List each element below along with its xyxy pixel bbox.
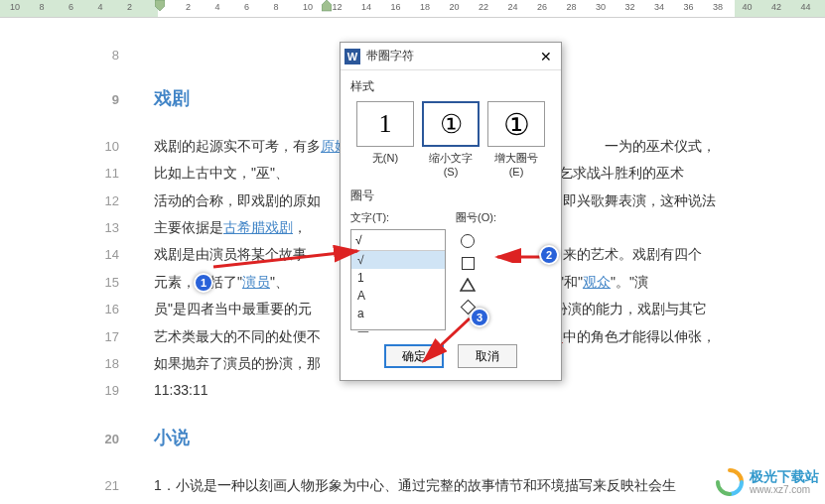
indent-marker-left[interactable]: [155, 0, 163, 8]
doc-line[interactable]: 20小说: [0, 424, 825, 452]
line-content[interactable]: 主要依据是古希腊戏剧，: [154, 216, 307, 238]
shape-label: 圈号(O):: [456, 210, 551, 225]
ruler-tick: 8: [40, 2, 45, 12]
line-number: 14: [99, 247, 154, 262]
list-item[interactable]: a: [351, 305, 445, 322]
annotation-badge-3: 3: [470, 308, 489, 327]
line-content[interactable]: 戏剧: [154, 84, 190, 113]
ruler-tick: 4: [98, 2, 103, 12]
text-listbox[interactable]: √ 1 A a 一: [350, 229, 446, 330]
shape-listbox[interactable]: [456, 229, 551, 315]
shape-square[interactable]: [460, 255, 476, 271]
style-options-row: 1 ① ①: [350, 101, 551, 147]
list-item[interactable]: 1: [351, 269, 445, 287]
site-watermark: 极光下载站 www.xz7.com: [714, 466, 819, 498]
ruler-tick: 24: [508, 2, 518, 12]
style-enlarge-label: 增大圈号(E): [487, 151, 545, 178]
ruler-tick: 2: [186, 2, 191, 12]
ruler-tick: 18: [420, 2, 430, 12]
hyperlink[interactable]: 演员: [242, 274, 270, 290]
line-number: 15: [99, 275, 154, 290]
svg-marker-0: [155, 0, 165, 11]
line-number: 11: [99, 166, 154, 181]
line-number: 18: [99, 356, 154, 371]
text-input[interactable]: [351, 231, 445, 251]
ruler-tick: 32: [625, 2, 635, 12]
line-number: 21: [99, 478, 154, 493]
ruler-tick: 22: [479, 2, 488, 12]
style-enlarge[interactable]: ①: [487, 101, 545, 147]
ruler-tick: 8: [274, 2, 279, 12]
indent-marker-first[interactable]: [322, 0, 330, 8]
doc-line[interactable]: 1911:33:11: [0, 379, 825, 401]
ruler-tick: 42: [771, 2, 781, 12]
ok-button[interactable]: 确定: [384, 344, 444, 368]
ruler-tick: 6: [69, 2, 73, 12]
hyperlink[interactable]: 古希腊戏剧: [223, 219, 293, 235]
ruler-tick: 12: [333, 2, 343, 12]
line-number: 20: [99, 432, 154, 446]
ruler-tick: 2: [127, 2, 132, 12]
hyperlink[interactable]: 观众: [583, 274, 611, 290]
ruler-tick: 34: [654, 2, 664, 12]
ruler-tick: 30: [596, 2, 606, 12]
ruler-tick: 40: [743, 2, 753, 12]
dialog-title: 带圈字符: [366, 48, 535, 64]
line-number: 10: [99, 139, 154, 154]
ruler-tick: 44: [801, 2, 811, 12]
enclosed-characters-dialog: W 带圈字符 ✕ 样式 1 ① ① 无(N) 缩小文字(S) 增大圈号(E) 圈…: [340, 42, 562, 381]
style-section-label: 样式: [350, 78, 551, 95]
watermark-name: 极光下载站: [750, 469, 819, 484]
text-label: 文字(T):: [350, 210, 446, 225]
list-item[interactable]: A: [351, 287, 445, 305]
style-none-label: 无(N): [356, 151, 414, 178]
line-number: 9: [99, 92, 154, 107]
line-number: 12: [99, 193, 154, 208]
horizontal-ruler[interactable]: 1086422468101214161820222426283032343638…: [0, 0, 825, 18]
watermark-url: www.xz7.com: [750, 484, 819, 495]
ruler-tick: 14: [361, 2, 371, 12]
ruler-tick: 4: [215, 2, 220, 12]
svg-marker-2: [461, 279, 475, 291]
ruler-tick: 36: [684, 2, 694, 12]
ruler-tick: 38: [713, 2, 723, 12]
ruler-tick: 10: [303, 2, 313, 12]
line-content[interactable]: 1．小说是一种以刻画人物形象为中心、通过完整的故事情节和环境描写来反映社会生: [154, 474, 676, 496]
doc-line[interactable]: 211．小说是一种以刻画人物形象为中心、通过完整的故事情节和环境描写来反映社会生: [0, 474, 825, 496]
line-content[interactable]: 小说: [154, 424, 190, 452]
watermark-logo-icon: [714, 466, 746, 498]
enclose-section-label: 圈号: [350, 188, 551, 204]
list-item[interactable]: √: [351, 251, 445, 269]
ruler-tick: 28: [567, 2, 577, 12]
cancel-button[interactable]: 取消: [458, 344, 517, 368]
ruler-tick: 10: [10, 2, 20, 12]
ruler-tick: 16: [391, 2, 401, 12]
annotation-badge-2: 2: [539, 245, 559, 265]
line-number: 19: [99, 383, 154, 398]
line-content[interactable]: 如果抛弃了演员的扮演，那: [154, 352, 321, 374]
annotation-badge-1: 1: [194, 273, 213, 293]
style-none[interactable]: 1: [356, 101, 414, 147]
shape-triangle[interactable]: [460, 277, 476, 293]
ruler-tick: 26: [537, 2, 547, 12]
word-app-icon: W: [344, 49, 360, 64]
ruler-tick: 20: [450, 2, 460, 12]
svg-marker-1: [322, 0, 332, 11]
ruler-tick: 6: [244, 2, 249, 12]
list-item[interactable]: 一: [351, 322, 445, 343]
dialog-title-bar[interactable]: W 带圈字符 ✕: [341, 43, 561, 70]
style-shrink-label: 缩小文字(S): [422, 151, 480, 178]
close-icon[interactable]: ✕: [535, 46, 557, 67]
shape-circle[interactable]: [460, 233, 476, 249]
style-shrink[interactable]: ①: [422, 101, 480, 147]
line-content[interactable]: 11:33:11: [154, 379, 208, 401]
line-number: 16: [99, 302, 154, 316]
line-number: 13: [99, 220, 154, 235]
line-number: 17: [99, 329, 154, 344]
line-number: 8: [99, 48, 154, 63]
